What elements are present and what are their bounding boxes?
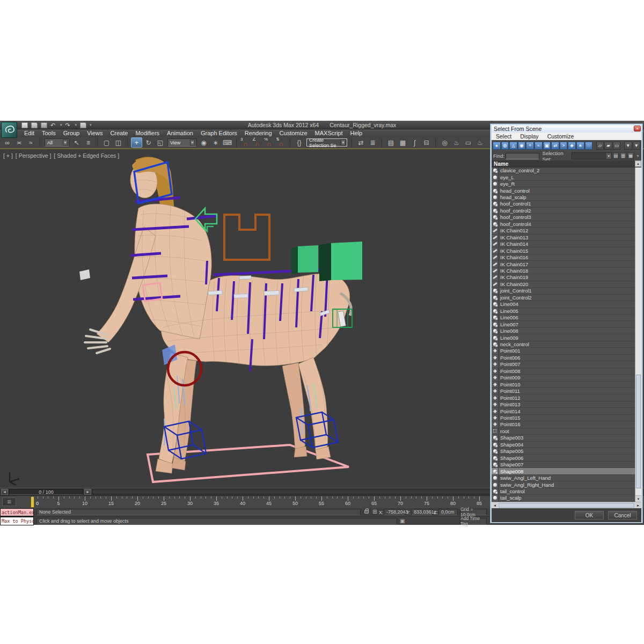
list-item[interactable]: Shape008	[492, 468, 635, 474]
list-item[interactable]: IK Chain012	[492, 228, 635, 234]
list-item[interactable]: joint_Control2	[492, 295, 635, 301]
menu-item-help[interactable]: Help	[347, 129, 367, 137]
curve-editor-icon[interactable]: ʃ	[409, 137, 420, 148]
cancel-button[interactable]: Cancel	[608, 511, 637, 519]
keyboard-shortcut-override-icon[interactable]: ⌨	[222, 137, 233, 148]
list-item[interactable]: Point016	[492, 421, 635, 428]
list-item[interactable]: eye_R	[492, 181, 635, 187]
menu-item-create[interactable]: Create	[106, 129, 131, 137]
snaps-toggle-icon[interactable]: ∩3	[240, 137, 251, 148]
display-shapes-toggle-icon[interactable]: ◍	[501, 142, 509, 150]
display-children-toggle-icon[interactable]: ▱	[596, 142, 604, 150]
menu-item-maxscript[interactable]: MAXScript	[311, 129, 347, 137]
display-cameras-toggle-icon[interactable]: ◉	[518, 142, 526, 150]
save-file-icon[interactable]	[41, 122, 47, 128]
dropdown-arrow-icon[interactable]: ▼	[190, 140, 195, 145]
mini-curve-editor-icon[interactable]: ⊞	[2, 497, 16, 506]
schematic-view-icon[interactable]: ⊟	[421, 137, 432, 148]
3dsmax-logo-button[interactable]	[1, 122, 17, 138]
list-item[interactable]: IK Chain016	[492, 254, 635, 261]
render-production-icon[interactable]: ♨	[474, 137, 486, 148]
list-item[interactable]: Point011	[492, 388, 635, 394]
menu-item-modifiers[interactable]: Modifiers	[131, 129, 163, 137]
add-time-tag[interactable]: Add Time Tag	[460, 518, 487, 524]
percent-snap-toggle-icon[interactable]: ∩%	[264, 137, 275, 148]
z-coordinate-field[interactable]: 0,0cm	[438, 509, 458, 515]
spinner-snap-toggle-icon[interactable]: ∩⇅	[275, 137, 287, 148]
list-item[interactable]: Line007	[492, 321, 635, 327]
list-item[interactable]: Point009	[492, 375, 635, 381]
mirror-icon[interactable]: ⇄	[355, 137, 367, 148]
scroll-up-button[interactable]: ▲	[635, 160, 641, 167]
next-frame-button[interactable]: ►	[84, 489, 91, 495]
list-item[interactable]: IK Chain014	[492, 241, 635, 247]
subtract-selection-set-button[interactable]: ▦	[627, 152, 634, 159]
x-coordinate-field[interactable]: -758,2043	[384, 509, 405, 515]
scroll-left-button[interactable]: ◄	[492, 502, 498, 508]
green-box-control[interactable]	[291, 241, 362, 281]
select-and-scale-icon[interactable]: ◱	[155, 137, 166, 148]
list-item[interactable]: IK Chain018	[492, 268, 635, 274]
dropdown-arrow-icon[interactable]: ▼	[606, 153, 611, 159]
material-editor-icon[interactable]: ◎	[439, 137, 450, 148]
orange-notched-control[interactable]	[224, 215, 269, 260]
horizontal-scrollbar[interactable]: ◄ ►	[492, 502, 641, 508]
list-item[interactable]: Point007	[492, 361, 635, 368]
rendered-frame-window-icon[interactable]: ▭	[463, 137, 474, 148]
create-selection-set-button[interactable]: ▤	[613, 152, 619, 159]
open-file-icon[interactable]	[31, 122, 38, 128]
selection-lock-icon[interactable]	[364, 510, 369, 514]
dropdown-arrow-icon[interactable]: ▼	[63, 140, 68, 145]
find-input[interactable]	[506, 153, 539, 159]
list-item[interactable]: IK Chain015	[492, 247, 635, 254]
rectangular-selection-region-icon[interactable]: ▢	[101, 137, 112, 148]
y-coordinate-field[interactable]: 833,0361c	[411, 509, 433, 515]
select-and-move-icon[interactable]: +	[131, 137, 142, 148]
angle-snap-toggle-icon[interactable]: ∩∠	[252, 137, 263, 148]
dialog-menu-display[interactable]: Display	[516, 133, 543, 140]
display-geometry-toggle-icon[interactable]: ●	[493, 142, 501, 150]
scroll-right-button[interactable]: ►	[635, 502, 641, 508]
menu-item-tools[interactable]: Tools	[38, 129, 60, 137]
menu-item-customize[interactable]: Customize	[276, 129, 311, 137]
list-item[interactable]: Point006	[492, 355, 635, 361]
select-by-name-icon[interactable]: ≡	[83, 137, 94, 148]
list-item[interactable]: hoof_control4	[492, 221, 635, 228]
bind-to-space-warp-icon[interactable]: ≈	[25, 137, 36, 148]
display-bones-toggle-icon[interactable]: >	[560, 142, 568, 150]
previous-frame-button[interactable]: ◄	[1, 489, 8, 495]
selection-filter-dropdown[interactable]: All▼	[45, 138, 69, 147]
viewport-menu-view[interactable]: [ Perspective ]	[16, 152, 52, 159]
maxscript-listener-line2[interactable]: Max to Physcs	[0, 517, 34, 525]
display-xrefs-toggle-icon[interactable]: ⇄	[551, 142, 559, 150]
list-item[interactable]: swiw_Angl_Right_Hand	[492, 481, 635, 488]
dialog-menu-customize[interactable]: Customize	[543, 133, 579, 140]
list-item[interactable]: Line008	[492, 328, 635, 334]
list-item[interactable]: head_scalp	[492, 194, 635, 201]
ok-button[interactable]: OK	[575, 511, 604, 519]
layer-manager-icon[interactable]: ▤	[385, 137, 397, 148]
list-item[interactable]: Line009	[492, 334, 635, 341]
absolute-mode-icon[interactable]: ⊞	[372, 509, 377, 515]
scroll-down-button[interactable]: ▼	[635, 495, 641, 502]
list-item[interactable]: IK Chain013	[492, 235, 635, 241]
list-item[interactable]: IK Chain020	[492, 281, 635, 288]
list-item[interactable]: Point014	[492, 408, 635, 414]
list-item[interactable]: head_control	[492, 187, 635, 194]
list-item[interactable]: joint_Control1	[492, 288, 635, 294]
display-helpers-toggle-icon[interactable]: +	[526, 142, 534, 150]
menu-item-rendering[interactable]: Rendering	[241, 129, 276, 137]
project-dropdown-icon[interactable]: ▾	[90, 123, 92, 127]
list-item[interactable]: Point001	[492, 348, 635, 354]
list-item[interactable]: tail_control	[492, 488, 635, 495]
select-object-icon[interactable]: ↖	[71, 137, 82, 148]
list-item[interactable]: Shape004	[492, 442, 635, 448]
dialog-title-bar[interactable]: Select From Scene ×	[492, 125, 641, 133]
display-hidden-objects-toggle-icon[interactable]: ◌	[585, 142, 593, 150]
list-item[interactable]: hoof_control3	[492, 214, 635, 221]
list-item[interactable]: Shape006	[492, 455, 635, 461]
advanced-filter-toggle-icon[interactable]: ▼	[633, 142, 641, 150]
list-item[interactable]: Point010	[492, 382, 635, 388]
redo-dropdown-icon[interactable]: ▾	[75, 123, 77, 127]
named-selection-sets-dropdown[interactable]: Create Selection Se▼	[306, 138, 347, 147]
